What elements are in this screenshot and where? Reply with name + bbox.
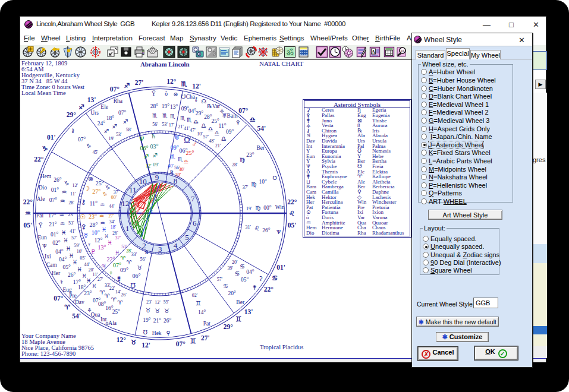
svg-text:48': 48' [209, 138, 215, 144]
svg-text:12°: 12° [166, 78, 177, 85]
svg-text:05': 05' [80, 255, 86, 261]
svg-text:♓︎: ♓︎ [63, 237, 68, 244]
svg-text:22°: 22° [23, 198, 33, 206]
svg-text:♈︎: ♈︎ [120, 255, 125, 261]
svg-text:09°: 09° [171, 144, 179, 151]
svg-text:17°: 17° [48, 213, 56, 219]
svg-text:09°: 09° [226, 129, 234, 135]
svg-text:18': 18' [111, 225, 117, 230]
svg-text:♎︎: ♎︎ [221, 135, 227, 142]
svg-text:♏︎: ♏︎ [162, 112, 168, 119]
svg-text:27': 27' [108, 213, 114, 219]
svg-text:23°: 23° [84, 290, 92, 296]
svg-text:27°: 27° [92, 188, 100, 195]
svg-text:♉︎: ♉︎ [131, 339, 137, 346]
svg-text:19': 19' [246, 206, 252, 211]
svg-text:00°: 00° [263, 205, 272, 211]
svg-text:♑︎: ♑︎ [102, 191, 108, 197]
svg-text:♓︎: ♓︎ [104, 233, 109, 239]
svg-text:41': 41' [184, 126, 190, 131]
svg-text:09': 09' [153, 162, 159, 167]
svg-text:05': 05' [288, 222, 297, 229]
svg-text:♉︎: ♉︎ [145, 307, 150, 314]
svg-text:Ω: Ω [401, 49, 404, 53]
svg-text:07°: 07° [176, 340, 186, 347]
svg-text:♑︎: ♑︎ [42, 145, 48, 152]
svg-text:11': 11' [93, 272, 99, 277]
svg-text:Qua: Qua [91, 312, 101, 318]
svg-text:23°: 23° [89, 213, 97, 220]
svg-text:44': 44' [84, 262, 90, 267]
svg-text:Dav: Dav [75, 299, 84, 305]
svg-text:12': 12' [155, 300, 161, 305]
svg-text:ŏ: ŏ [165, 91, 168, 97]
svg-text:⚵︎: ⚵︎ [253, 284, 257, 290]
svg-text:χ: χ [150, 208, 153, 213]
svg-text:37': 37' [243, 185, 249, 190]
svg-text:07°: 07° [238, 107, 249, 114]
svg-text:56': 56' [140, 257, 146, 262]
svg-text:♓︎: ♓︎ [66, 245, 71, 252]
svg-text:6: 6 [193, 219, 197, 227]
svg-text:04°: 04° [246, 269, 254, 275]
svg-text:⚲︎: ⚲︎ [166, 330, 171, 336]
svg-text:56': 56' [152, 122, 158, 127]
svg-text:Hem: Hem [40, 173, 52, 179]
svg-text:♐︎: ♐︎ [144, 154, 149, 160]
svg-text:♈︎: ♈︎ [111, 296, 117, 303]
svg-text:28°: 28° [150, 103, 159, 109]
svg-text:11: 11 [129, 185, 137, 194]
svg-text:17': 17' [169, 122, 175, 128]
svg-text:℧: ℧ [273, 175, 277, 181]
svg-text:ŏAla: ŏAla [106, 320, 117, 326]
svg-text:♏︎: ♏︎ [152, 112, 158, 119]
svg-text:26°: 26° [164, 318, 172, 324]
svg-text:05°: 05° [63, 264, 71, 270]
svg-text:Ω: Ω [184, 136, 190, 145]
svg-text:25°: 25° [186, 150, 194, 156]
svg-text:♓︎: ♓︎ [107, 240, 112, 246]
svg-text:♉︎: ♉︎ [155, 308, 160, 314]
svg-text:29°: 29° [67, 111, 77, 118]
svg-text:01°: 01° [51, 232, 59, 238]
svg-text:26': 26' [121, 292, 127, 298]
svg-text:21': 21' [178, 124, 184, 129]
svg-text:16°: 16° [105, 305, 114, 311]
svg-text:13': 13' [244, 308, 253, 315]
svg-text:14': 14' [115, 289, 121, 295]
svg-text:01': 01' [276, 264, 285, 271]
svg-text:07°: 07° [78, 137, 86, 143]
svg-text:♍︎: ♍︎ [240, 157, 245, 163]
svg-text:Ѱ: Ѱ [276, 229, 281, 235]
svg-text:♓︎: ♓︎ [92, 283, 97, 289]
svg-text:59': 59' [74, 243, 80, 248]
svg-text:♈︎: ♈︎ [105, 293, 110, 299]
svg-text:♒︎: ♒︎ [100, 220, 105, 226]
svg-text:℞Var: ℞Var [207, 103, 221, 109]
svg-text:♓︎: ♓︎ [61, 229, 67, 236]
svg-text:Dio: Dio [39, 185, 48, 191]
svg-text:♐︎: ♐︎ [112, 123, 117, 129]
svg-text:13°: 13° [98, 244, 106, 251]
svg-text:2: 2 [142, 241, 146, 250]
svg-text:22°: 22° [287, 198, 297, 206]
svg-text:12': 12' [73, 183, 78, 188]
svg-text:28°: 28° [90, 222, 98, 228]
svg-text:⚘: ⚘ [87, 308, 92, 314]
svg-text:⚴︎: ⚴︎ [81, 223, 86, 230]
svg-text:19': 19' [109, 136, 115, 141]
svg-text:10': 10' [77, 249, 83, 254]
svg-text:Ϋ: Ϋ [152, 90, 156, 97]
svg-text:57': 57' [203, 134, 209, 140]
svg-text:♋︎: ♋︎ [223, 283, 228, 289]
svg-text:♒︎: ♒︎ [25, 210, 31, 217]
svg-text:☊︎: ☊︎ [202, 99, 206, 105]
svg-text:47': 47' [190, 128, 196, 133]
svg-text:Pat: Pat [203, 321, 211, 327]
svg-text:03°: 03° [150, 143, 159, 150]
svg-text:14°: 14° [198, 309, 206, 315]
svg-text:♎︎: ♎︎ [183, 159, 188, 165]
svg-text:37': 37' [115, 235, 121, 241]
svg-text:8: 8 [174, 176, 178, 185]
svg-text:Urs: Urs [90, 110, 99, 116]
